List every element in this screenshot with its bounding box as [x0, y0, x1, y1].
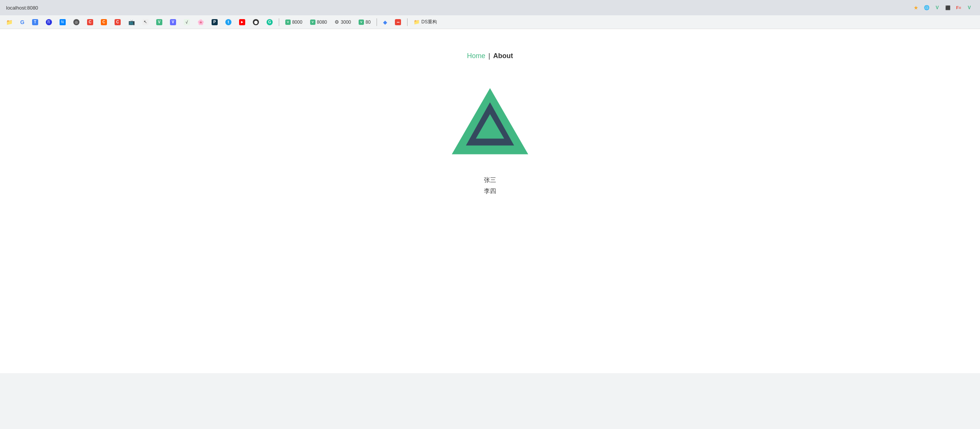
home-nav-link[interactable]: Home	[467, 52, 485, 60]
page-title: localhost:8080	[6, 5, 38, 11]
bookmark-80[interactable]: V 80	[356, 17, 374, 28]
bookmark-site1[interactable]: ◎	[70, 17, 82, 28]
nav-bar: Home | About	[467, 52, 513, 60]
bookmark-vue[interactable]: V	[153, 17, 165, 28]
bookmark-8000-label: 8000	[292, 20, 302, 25]
bookmark-zhihu[interactable]: 知	[57, 17, 69, 28]
bookmarks-divider1	[279, 18, 279, 26]
bookmark-tv[interactable]: 📺	[125, 17, 138, 28]
bookmark-c1[interactable]: C	[84, 17, 96, 28]
bookmark-star-icon[interactable]: ★	[911, 3, 920, 12]
about-nav-current: About	[493, 52, 513, 60]
bookmark-diamond[interactable]: ◆	[380, 17, 390, 28]
bookmarks-bar: 📁 G T 百 知 ◎ C C C	[0, 15, 980, 29]
bookmark-cursor[interactable]: ↖	[139, 17, 152, 28]
bookmarks-divider2	[377, 18, 377, 26]
bookmark-baidu[interactable]: 百	[43, 17, 55, 28]
bookmark-google[interactable]: G	[17, 17, 27, 28]
extension-vue2-icon[interactable]: V	[965, 3, 974, 12]
bookmark-math[interactable]: √	[181, 17, 193, 28]
bookmark-3000[interactable]: ⚙ 3000	[332, 17, 354, 28]
bookmark-translate[interactable]: T	[29, 17, 41, 28]
bookmark-grammarly[interactable]: G	[264, 17, 276, 28]
extension-dark-icon[interactable]: ⬛	[943, 3, 953, 12]
bookmark-twitter[interactable]: t	[222, 17, 234, 28]
names-container: 张三 李四	[484, 176, 496, 195]
extension-vue-icon[interactable]: V	[933, 3, 942, 12]
bookmark-80-label: 80	[365, 20, 370, 25]
bookmark-3000-label: 3000	[341, 20, 351, 25]
browser-toolbar-right: ★ 🌐 V ⬛ F≡ V	[911, 3, 974, 12]
nav-separator: |	[488, 52, 490, 60]
bookmark-8000[interactable]: V 8000	[282, 17, 306, 28]
title-bar: localhost:8080 ★ 🌐 V ⬛ F≡ V	[0, 0, 980, 15]
bookmark-c2[interactable]: C	[98, 17, 110, 28]
page-content: Home | About 张三 李四	[0, 29, 980, 373]
bookmark-8080-label: 8080	[317, 20, 327, 25]
bookmark-ds-label: DS重构	[421, 19, 437, 25]
bookmark-prisma[interactable]: P	[209, 17, 221, 28]
bookmark-8080[interactable]: V 8080	[307, 17, 330, 28]
extension-translate-icon[interactable]: 🌐	[922, 3, 931, 12]
browser-chrome: localhost:8080 ★ 🌐 V ⬛ F≡ V 📁 G T 百	[0, 0, 980, 29]
extension-fe-icon[interactable]: F≡	[954, 3, 963, 12]
bookmark-vite[interactable]: V	[167, 17, 179, 28]
bookmark-github[interactable]: ⬤	[250, 17, 262, 28]
bookmark-minus[interactable]: −	[392, 17, 404, 28]
bookmarks-divider3	[407, 18, 408, 26]
vue-logo-svg	[452, 83, 528, 159]
bookmark-flower[interactable]: 🌸	[194, 17, 207, 28]
bookmark-ds[interactable]: 📁 DS重构	[411, 17, 440, 28]
name1-text: 张三	[484, 176, 496, 184]
bookmark-c3[interactable]: C	[112, 17, 124, 28]
vue-logo-container	[452, 83, 528, 176]
bookmark-youtube[interactable]: ▶	[236, 17, 248, 28]
name2-text: 李四	[484, 187, 496, 195]
bookmark-folder[interactable]: 📁	[3, 17, 16, 28]
